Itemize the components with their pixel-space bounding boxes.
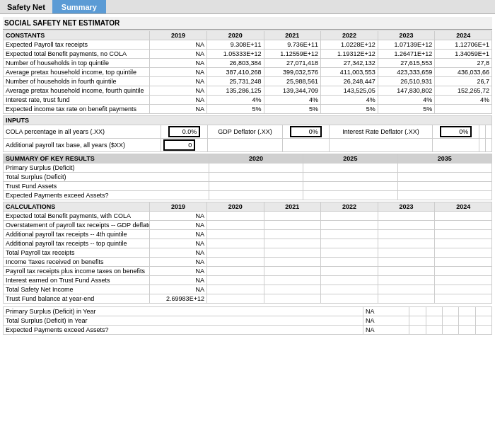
- summary-header: SUMMARY OF KEY RESULTS: [4, 154, 209, 163]
- tab-summary[interactable]: Summary: [52, 0, 106, 13]
- calc-val-5-3: [321, 258, 378, 267]
- calc-val-6-3: [321, 267, 378, 276]
- summary-label-0: Primary Surplus (Deficit): [4, 163, 209, 173]
- summary-val-2-0: [209, 182, 303, 191]
- calc-val-5-4: [378, 258, 435, 267]
- constants-val-5-2: 139,344,709: [264, 86, 321, 96]
- calc-val-4-5: [435, 248, 492, 258]
- calc-year-2019: 2019: [150, 202, 207, 212]
- bottom-label-0: Primary Surplus (Deficit) in Year: [4, 307, 363, 316]
- calc-val-6-0: NA: [150, 267, 207, 276]
- gdp-input-cell[interactable]: 0%: [282, 125, 329, 139]
- constants-val-0-3: 1.0228E+12: [321, 40, 378, 50]
- calc-val-7-3: [321, 276, 378, 285]
- constants-val-4-3: 26,248,447: [321, 77, 378, 86]
- summary-val-3-2: [397, 191, 491, 200]
- constants-val-7-4: 5%: [378, 105, 435, 114]
- calc-val-8-2: [264, 285, 321, 294]
- constants-val-6-3: 4%: [321, 96, 378, 105]
- interest-input-cell[interactable]: 0%: [433, 125, 479, 139]
- constants-val-7-2: 5%: [264, 105, 321, 114]
- empty-cell-1: [479, 125, 486, 139]
- constants-val-3-5: 436,033,66: [435, 68, 492, 77]
- calc-val-1-0: NA: [150, 221, 207, 230]
- interest-input-box[interactable]: 0%: [440, 126, 472, 137]
- bottom-empty-1-2: [442, 316, 458, 326]
- calc-year-2023: 2023: [378, 202, 435, 212]
- calc-label-8: Total Safety Net Income: [4, 285, 150, 294]
- calc-val-0-3: [321, 212, 378, 221]
- constants-label-1: Expected total Benefit payments, no COLA: [4, 50, 150, 59]
- calc-val-2-3: [321, 230, 378, 239]
- gdp-input-box[interactable]: 0%: [290, 126, 322, 137]
- tab-safety-net[interactable]: Safety Net: [0, 1, 52, 13]
- empty-cell-3: [208, 139, 283, 152]
- calc-val-6-2: [264, 267, 321, 276]
- year-2024: 2024: [435, 31, 492, 40]
- calc-val-4-1: [206, 248, 264, 258]
- constants-val-5-4: 147,830,802: [378, 86, 435, 96]
- constants-val-2-3: 27,342,132: [321, 59, 378, 68]
- payroll-input-cell[interactable]: 0: [161, 139, 208, 152]
- constants-label-6: Interest rate, trust fund: [4, 96, 150, 105]
- payroll-input-box[interactable]: 0: [163, 139, 195, 151]
- bottom-empty-2-3: [459, 326, 475, 335]
- constants-val-2-1: 26,803,384: [206, 59, 264, 68]
- calc-label-4: Total Payroll tax receipts: [4, 248, 150, 258]
- cola-input-cell[interactable]: 0.0%: [161, 125, 208, 139]
- year-2021: 2021: [264, 31, 321, 40]
- constants-label-3: Average pretax household income, top qui…: [4, 68, 150, 77]
- constants-label-2: Number of households in top quintile: [4, 59, 150, 68]
- summary-val-2-2: [397, 182, 491, 191]
- constants-val-1-4: 1.26471E+12: [378, 50, 435, 59]
- empty-cell-5: [329, 139, 433, 152]
- constants-val-0-4: 1.07139E+12: [378, 40, 435, 50]
- bottom-empty-1-0: [409, 316, 426, 326]
- calc-val-2-0: NA: [150, 230, 207, 239]
- constants-val-3-1: 387,410,268: [206, 68, 264, 77]
- summary-val-3-0: [209, 191, 303, 200]
- calc-label-3: Additional payroll tax receipts -- top q…: [4, 239, 150, 248]
- constants-val-2-0: NA: [150, 59, 207, 68]
- bottom-empty-2-0: [409, 326, 426, 335]
- calc-val-2-4: [378, 230, 435, 239]
- calc-year-2024: 2024: [435, 202, 492, 212]
- calc-val-4-3: [321, 248, 378, 258]
- bottom-label-2: Expected Payments exceed Assets?: [4, 326, 363, 335]
- constants-val-3-4: 423,333,659: [378, 68, 435, 77]
- constants-val-4-4: 26,510,931: [378, 77, 435, 86]
- year-2023: 2023: [378, 31, 435, 40]
- constants-val-7-0: NA: [150, 105, 207, 114]
- constants-val-4-1: 25,731,248: [206, 77, 264, 86]
- calc-val-7-5: [435, 276, 492, 285]
- empty-cell-4: [282, 139, 329, 152]
- bottom-empty-2-2: [442, 326, 458, 335]
- sum-year-2020: 2020: [209, 154, 303, 163]
- constants-val-3-3: 411,003,553: [321, 68, 378, 77]
- bottom-empty-0-2: [442, 307, 458, 316]
- year-2019: 2019: [150, 31, 207, 40]
- calc-year-2022: 2022: [321, 202, 378, 212]
- calc-val-8-3: [321, 285, 378, 294]
- calc-val-5-2: [264, 258, 321, 267]
- constants-val-3-0: NA: [150, 68, 207, 77]
- empty-cell-8: [486, 139, 492, 152]
- calc-val-0-1: [206, 212, 264, 221]
- constants-val-1-2: 1.12559E+12: [264, 50, 321, 59]
- calc-val-7-0: NA: [150, 276, 207, 285]
- constants-val-6-1: 4%: [206, 96, 264, 105]
- calc-val-2-2: [264, 230, 321, 239]
- calc-val-9-3: [321, 294, 378, 304]
- constants-val-6-5: 4%: [435, 96, 492, 105]
- cola-input-box[interactable]: 0.0%: [168, 126, 200, 137]
- calculations-table: CALCULATIONS 2019 2020 2021 2022 2023 20…: [3, 202, 492, 304]
- constants-val-2-2: 27,071,418: [264, 59, 321, 68]
- calc-val-2-5: [435, 230, 492, 239]
- calc-val-5-5: [435, 258, 492, 267]
- calc-val-1-5: [435, 221, 492, 230]
- calc-val-0-4: [378, 212, 435, 221]
- calc-label-9: Trust Fund balance at year-end: [4, 294, 150, 304]
- calc-val-8-5: [435, 285, 492, 294]
- constants-val-5-1: 135,286,125: [206, 86, 264, 96]
- calc-val-5-0: NA: [150, 258, 207, 267]
